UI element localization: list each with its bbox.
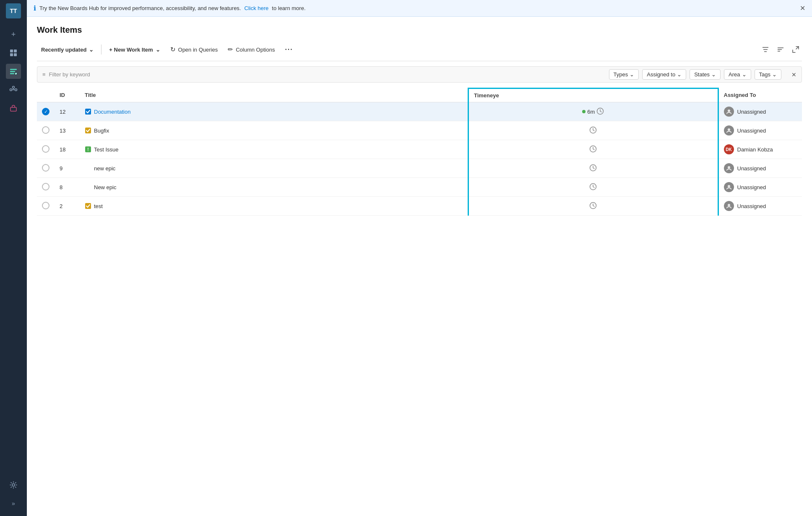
page-title: Work Items (37, 25, 802, 35)
banner-suffix: to learn more. (272, 5, 305, 11)
row-checkbox-cell (37, 140, 55, 159)
table-row: ✓12Documentation···6m Unassigned (37, 102, 802, 121)
row-checkbox-cell: ✓ (37, 102, 55, 121)
row-timeneye-cell[interactable] (468, 121, 718, 140)
chevron-down-icon: ⌄ (89, 47, 94, 53)
row-checkbox[interactable] (42, 202, 49, 209)
time-dot (582, 110, 586, 113)
filter-keyword-area: ≡ Filter by keyword (42, 71, 602, 78)
svg-point-12 (12, 484, 15, 486)
open-queries-icon: ↻ (170, 46, 176, 53)
row-timeneye-cell[interactable] (468, 159, 718, 178)
banner-link[interactable]: Click here (245, 5, 269, 11)
table-row: 9👑new epic··· Unassigned (37, 159, 802, 178)
svg-point-9 (13, 86, 15, 89)
row-title-text: test (94, 203, 103, 209)
bug-icon (85, 203, 91, 209)
svg-point-36 (728, 204, 730, 206)
timeneye-value (474, 202, 713, 211)
column-options-btn[interactable]: ✏ Column Options (224, 43, 279, 56)
row-checkbox[interactable] (42, 145, 49, 153)
col-header-timeneye[interactable]: Timeneye (468, 89, 718, 102)
filter-bar: ≡ Filter by keyword Types ⌄ Assigned to … (37, 66, 802, 83)
recently-updated-btn[interactable]: Recently updated ⌄ (37, 44, 98, 55)
assigned-to-filter[interactable]: Assigned to ⌄ (642, 69, 686, 80)
work-items-table: ID Title Timeneye Assigned To ✓12Documen… (37, 88, 802, 216)
svg-rect-3 (14, 53, 17, 56)
tags-filter[interactable]: Tags ⌄ (755, 69, 781, 80)
assigned-to-chevron: ⌄ (677, 71, 682, 78)
row-checkbox-cell (37, 159, 55, 178)
timeneye-clock-icon (589, 145, 597, 154)
sidebar-item-artifacts[interactable] (6, 101, 21, 116)
row-title-cell: 👑new epic··· (80, 159, 468, 178)
types-filter[interactable]: Types ⌄ (609, 69, 639, 80)
row-timeneye-cell[interactable] (468, 140, 718, 159)
assigned-name: Unassigned (737, 165, 766, 172)
states-label: States (694, 71, 710, 78)
timeneye-value (474, 164, 713, 173)
epic-icon: 👑 (85, 184, 91, 190)
row-assigned-cell: Unassigned (718, 159, 802, 178)
avatar-unassigned (724, 163, 734, 173)
chevron-down-icon: ⌄ (156, 47, 160, 53)
more-options-btn[interactable]: ··· (281, 43, 297, 56)
avatar-unassigned (724, 201, 734, 211)
row-id: 2 (55, 197, 80, 216)
open-in-queries-btn[interactable]: ↻ Open in Queries (166, 43, 222, 56)
new-work-item-label: + New Work Item (109, 47, 153, 53)
svg-rect-4 (10, 69, 17, 70)
row-title-text: New epic (94, 184, 116, 190)
row-title-text: Test Issue (94, 146, 119, 153)
toolbar-divider (101, 44, 102, 55)
svg-rect-0 (10, 50, 13, 52)
row-id: 8 (55, 178, 80, 197)
new-work-item-btn[interactable]: + New Work Item ⌄ (105, 44, 164, 55)
filter-placeholder: Filter by keyword (49, 71, 90, 78)
col-header-id[interactable]: ID (55, 89, 80, 102)
types-label: Types (614, 71, 628, 78)
row-title-link[interactable]: Documentation (94, 109, 130, 115)
row-title-cell: Documentation··· (80, 102, 468, 121)
assigned-name: Unassigned (737, 128, 766, 134)
info-icon: ℹ (34, 4, 36, 12)
avatar[interactable]: TT (6, 3, 21, 18)
sidebar-item-add[interactable]: + (6, 27, 21, 42)
avatar: DK (724, 144, 734, 154)
row-checkbox[interactable] (42, 164, 49, 172)
assigned-value: Unassigned (724, 201, 797, 211)
row-timeneye-cell[interactable] (468, 178, 718, 197)
filter-close-btn[interactable]: ✕ (791, 71, 796, 78)
expand-btn[interactable] (789, 43, 802, 56)
sidebar-item-settings[interactable] (6, 477, 21, 493)
row-id: 13 (55, 121, 80, 140)
row-assigned-cell: Unassigned (718, 102, 802, 121)
sidebar-item-work-items[interactable] (6, 64, 21, 79)
states-filter[interactable]: States ⌄ (690, 69, 721, 80)
row-timeneye-cell[interactable]: 6m (468, 102, 718, 121)
row-checkbox[interactable]: ✓ (42, 108, 49, 115)
banner-close-btn[interactable]: ✕ (800, 4, 805, 12)
sidebar: TT + (0, 0, 27, 516)
sidebar-expand-btn[interactable]: » (6, 496, 21, 511)
banner-text: Try the New Boards Hub for improved perf… (39, 5, 241, 11)
filter-view-btn[interactable] (759, 43, 772, 56)
sidebar-item-pipelines[interactable] (6, 82, 21, 97)
states-chevron: ⌄ (711, 71, 716, 78)
area-filter[interactable]: Area ⌄ (724, 69, 751, 80)
col-header-title[interactable]: Title (80, 89, 468, 102)
row-timeneye-cell[interactable] (468, 197, 718, 216)
timeneye-value (474, 183, 713, 192)
sidebar-item-boards[interactable] (6, 45, 21, 60)
row-title-cell: test··· (80, 197, 468, 216)
row-checkbox[interactable] (42, 126, 49, 134)
svg-point-10 (15, 89, 17, 91)
row-checkbox[interactable] (42, 183, 49, 190)
filter-chips: Types ⌄ Assigned to ⌄ States ⌄ Area ⌄ Ta… (609, 69, 781, 80)
assigned-name: Damian Kobza (737, 146, 773, 153)
row-assigned-cell: Unassigned (718, 197, 802, 216)
col-header-assigned[interactable]: Assigned To (718, 89, 802, 102)
sort-btn[interactable] (774, 43, 787, 56)
tags-chevron: ⌄ (772, 71, 777, 78)
filter-icon: ≡ (42, 71, 46, 78)
